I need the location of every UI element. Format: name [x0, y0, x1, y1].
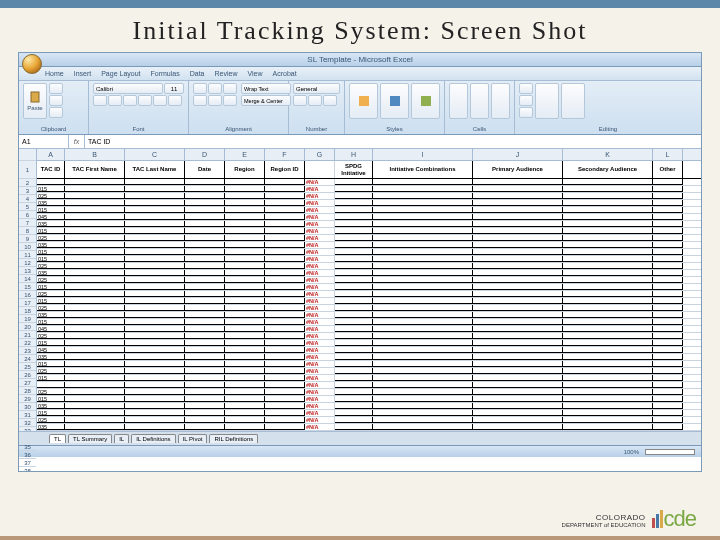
cell[interactable]: 035 [37, 270, 65, 276]
cell[interactable] [65, 347, 125, 353]
cell[interactable] [473, 298, 563, 304]
header-cell[interactable]: Region [225, 161, 265, 178]
cell[interactable]: #N/A [305, 312, 335, 318]
cell[interactable] [225, 235, 265, 241]
cell[interactable] [563, 214, 653, 220]
cell[interactable] [335, 396, 373, 402]
cell[interactable] [185, 333, 225, 339]
cell[interactable] [185, 424, 225, 430]
cell[interactable] [265, 228, 305, 234]
cell[interactable] [265, 312, 305, 318]
cell[interactable] [563, 284, 653, 290]
currency-button[interactable] [293, 95, 307, 106]
fx-icon[interactable]: fx [69, 135, 85, 148]
row-header[interactable]: 17 [19, 299, 36, 307]
cell[interactable] [185, 361, 225, 367]
cell[interactable] [473, 340, 563, 346]
cell[interactable] [265, 214, 305, 220]
fill-color-button[interactable] [153, 95, 167, 106]
cell[interactable] [185, 284, 225, 290]
cell[interactable] [373, 228, 473, 234]
cell[interactable] [473, 305, 563, 311]
cell[interactable]: 015 [37, 186, 65, 192]
header-cell[interactable]: Secondary Audience [563, 161, 653, 178]
cell[interactable]: 015 [37, 249, 65, 255]
cell[interactable] [185, 319, 225, 325]
cell[interactable] [65, 354, 125, 360]
cell[interactable] [225, 193, 265, 199]
cell[interactable] [225, 186, 265, 192]
cell[interactable] [225, 242, 265, 248]
cell[interactable]: #N/A [305, 326, 335, 332]
cell[interactable]: 015 [37, 410, 65, 416]
cell[interactable] [653, 424, 683, 430]
cell[interactable] [473, 200, 563, 206]
row-header[interactable]: 2 [19, 179, 36, 187]
cell[interactable] [125, 277, 185, 283]
cell[interactable] [125, 214, 185, 220]
cell[interactable]: #N/A [305, 340, 335, 346]
tab-review[interactable]: Review [215, 70, 238, 77]
cell[interactable]: #N/A [305, 410, 335, 416]
cell[interactable] [335, 347, 373, 353]
cell[interactable] [185, 312, 225, 318]
cell[interactable] [373, 242, 473, 248]
col-header[interactable]: K [563, 149, 653, 160]
cell[interactable]: #N/A [305, 319, 335, 325]
cell[interactable] [185, 354, 225, 360]
cell[interactable] [125, 291, 185, 297]
row-header[interactable]: 1 [19, 161, 36, 179]
cell[interactable] [653, 284, 683, 290]
cell[interactable] [563, 389, 653, 395]
cell[interactable] [473, 417, 563, 423]
cell[interactable] [653, 389, 683, 395]
cell[interactable] [335, 424, 373, 430]
cell[interactable]: #N/A [305, 277, 335, 283]
cell[interactable] [335, 319, 373, 325]
align-bottom-button[interactable] [223, 83, 237, 94]
border-button[interactable] [138, 95, 152, 106]
cell[interactable] [563, 200, 653, 206]
worksheet-grid[interactable]: 1 23456789101112131415161718192021222324… [19, 149, 701, 431]
cell[interactable] [373, 382, 473, 388]
cell[interactable] [653, 207, 683, 213]
row-header[interactable]: 24 [19, 355, 36, 363]
insert-cells-button[interactable] [449, 83, 468, 119]
header-cell[interactable]: Initiative Combinations [373, 161, 473, 178]
cell[interactable] [373, 200, 473, 206]
cell[interactable] [265, 410, 305, 416]
cell[interactable] [125, 284, 185, 290]
row-header[interactable]: 19 [19, 315, 36, 323]
cell[interactable]: #N/A [305, 424, 335, 430]
cell[interactable] [265, 200, 305, 206]
cell[interactable] [225, 305, 265, 311]
cell[interactable]: #N/A [305, 361, 335, 367]
tab-page-layout[interactable]: Page Layout [101, 70, 140, 77]
cell[interactable] [265, 186, 305, 192]
cell[interactable] [225, 382, 265, 388]
cell[interactable]: 015 [37, 228, 65, 234]
cell[interactable] [225, 298, 265, 304]
cell[interactable] [225, 270, 265, 276]
cell[interactable] [125, 242, 185, 248]
cell[interactable] [65, 375, 125, 381]
cell[interactable] [125, 319, 185, 325]
cell[interactable] [125, 221, 185, 227]
cell[interactable]: #N/A [305, 179, 335, 185]
cell[interactable] [473, 207, 563, 213]
cell[interactable] [653, 375, 683, 381]
cell[interactable]: 025 [37, 235, 65, 241]
cell[interactable] [563, 179, 653, 185]
cell[interactable] [653, 410, 683, 416]
find-select-button[interactable] [561, 83, 585, 119]
cell[interactable] [653, 200, 683, 206]
cell[interactable]: 015 [37, 361, 65, 367]
cell[interactable] [265, 235, 305, 241]
cell[interactable] [373, 305, 473, 311]
cell-styles-button[interactable] [411, 83, 440, 119]
cell[interactable] [473, 396, 563, 402]
cell[interactable] [185, 242, 225, 248]
align-center-button[interactable] [208, 95, 222, 106]
cell[interactable] [265, 179, 305, 185]
font-color-button[interactable] [168, 95, 182, 106]
